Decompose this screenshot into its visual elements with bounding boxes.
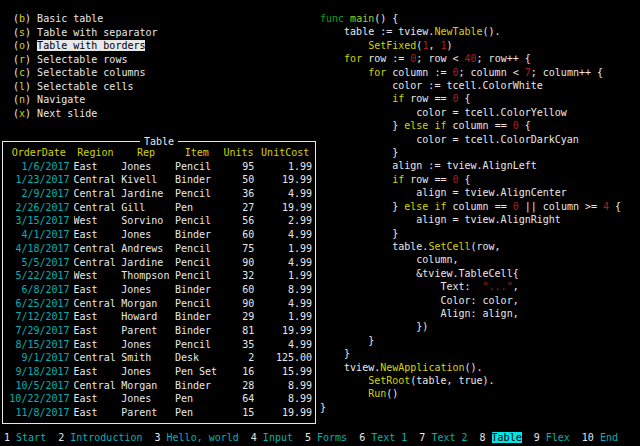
menu-item-selectable-cells[interactable]: (l) Selectable cells <box>13 80 158 94</box>
table-cell: 32 <box>223 269 255 283</box>
code-line: tview.NewApplication(). <box>320 361 621 374</box>
table-cell: 15.99 <box>258 365 312 379</box>
table-row: 7/29/2017EastParentBinder8119.99 <box>8 324 312 338</box>
table-cell: 1.99 <box>258 310 312 324</box>
table-cell: Central <box>74 173 118 187</box>
code-line: Run() <box>320 387 621 400</box>
table-row: 11/8/2017EastParentPen1519.99 <box>8 406 312 420</box>
table-cell: Thompson <box>121 269 171 283</box>
table-cell: 19.99 <box>258 324 312 338</box>
menu-item-paren: ) <box>25 40 37 51</box>
table-cell: 28 <box>223 379 255 393</box>
code-line: color := tcell.ColorWhite <box>320 79 621 92</box>
code-line: func main() { <box>320 12 621 25</box>
table-cell: 8.99 <box>258 379 312 393</box>
table-cell: 2.99 <box>258 214 312 228</box>
status-item-start[interactable]: 1 Start <box>4 432 46 443</box>
code-line: } <box>320 401 621 414</box>
menu-item-paren: ) <box>25 13 37 24</box>
table-cell: Binder <box>175 324 219 338</box>
table-cell: 90 <box>223 256 255 270</box>
menu-item-table-with-separator[interactable]: (s) Table with separator <box>13 26 158 40</box>
orders-table: OrderDateRegionRepItemUnitsUnitCost1/6/2… <box>3 142 315 420</box>
code-line: if row == 0 { <box>320 92 621 105</box>
code-line: } <box>320 146 621 159</box>
table-row: 2/9/2017CentralJardinePencil364.99 <box>8 187 312 201</box>
table-cell: 81 <box>223 324 255 338</box>
menu-item-label: Selectable rows <box>37 54 127 65</box>
table-cell: 10/22/2017 <box>8 392 70 406</box>
menu-item-navigate[interactable]: (n) Navigate <box>13 93 158 107</box>
status-item-end[interactable]: 10 End <box>582 432 618 443</box>
table-cell: Howard <box>121 310 171 324</box>
terminal-screen: (b) Basic table(s) Table with separator(… <box>0 0 640 446</box>
table-cell: 6/25/2017 <box>8 297 70 311</box>
table-cell: Parent <box>121 324 171 338</box>
code-line: align = tview.AlignCenter <box>320 186 621 199</box>
status-item-number: 4 <box>251 432 257 443</box>
table-cell: 75 <box>223 242 255 256</box>
table-cell: 29 <box>223 310 255 324</box>
column-header: OrderDate <box>8 146 70 160</box>
status-item-number: 9 <box>534 432 540 443</box>
table-cell: Pencil <box>175 187 219 201</box>
table-cell: 2/26/2017 <box>8 201 70 215</box>
slide-menu: (b) Basic table(s) Table with separator(… <box>13 12 158 120</box>
table-cell: 36 <box>223 187 255 201</box>
table-cell: Parent <box>121 406 171 420</box>
menu-item-label: Next slide <box>37 108 97 119</box>
table-cell: 19.99 <box>258 173 312 187</box>
table-cell: 8.99 <box>258 392 312 406</box>
menu-item-paren: ) <box>25 108 37 119</box>
table-cell: 10/5/2017 <box>8 379 70 393</box>
table-cell: Jones <box>121 283 171 297</box>
status-item-forms[interactable]: 5 Forms <box>305 432 347 443</box>
status-item-hello-world[interactable]: 3 Hello, world <box>154 432 238 443</box>
status-item-flex[interactable]: 9 Flex <box>534 432 570 443</box>
table-row: 10/5/2017CentralMorganBinder288.99 <box>8 379 312 393</box>
table-row: 9/18/2017EastJonesPen Set1615.99 <box>8 365 312 379</box>
table-cell: Central <box>74 187 118 201</box>
table-cell: East <box>74 283 118 297</box>
menu-item-label: Selectable columns <box>37 67 145 78</box>
table-cell: East <box>74 365 118 379</box>
status-item-input[interactable]: 4 Input <box>251 432 293 443</box>
table-cell: 15 <box>223 406 255 420</box>
status-item-table[interactable]: 8 Table <box>480 432 522 443</box>
menu-item-basic-table[interactable]: (b) Basic table <box>13 12 158 26</box>
table-row: 10/22/2017EastJonesPen648.99 <box>8 392 312 406</box>
table-cell: Pencil <box>175 338 219 352</box>
table-cell: 11/8/2017 <box>8 406 70 420</box>
code-line: } else if column == 0 || column >= 4 { <box>320 200 621 213</box>
status-item-number: 7 <box>419 432 425 443</box>
menu-item-paren: ) <box>25 94 37 105</box>
table-row: 5/5/2017CentralJardinePencil904.99 <box>8 256 312 270</box>
code-line: column, <box>320 253 621 266</box>
table-row: 7/12/2017EastHowardBinder291.99 <box>8 310 312 324</box>
menu-item-selectable-columns[interactable]: (c) Selectable columns <box>13 66 158 80</box>
menu-item-next-slide[interactable]: (x) Next slide <box>13 107 158 121</box>
table-cell: Desk <box>175 351 219 365</box>
status-item-label: Introduction <box>70 432 142 443</box>
table-cell: Smith <box>121 351 171 365</box>
menu-item-paren: ) <box>25 67 37 78</box>
status-item-text-2[interactable]: 7 Text 2 <box>419 432 467 443</box>
table-cell: West <box>74 269 118 283</box>
status-item-text-1[interactable]: 6 Text 1 <box>359 432 407 443</box>
menu-item-table-with-borders[interactable]: (o) Table with borders <box>13 39 158 53</box>
status-item-number: 6 <box>359 432 365 443</box>
status-item-label: Flex <box>546 432 570 443</box>
code-line: color = tcell.ColorYellow <box>320 106 621 119</box>
table-cell: 125.00 <box>258 351 312 365</box>
table-cell: Central <box>74 351 118 365</box>
table-cell: 19.99 <box>258 406 312 420</box>
table-cell: 4/1/2017 <box>8 228 70 242</box>
table-cell: Central <box>74 201 118 215</box>
code-pane: func main() { table := tview.NewTable().… <box>320 12 621 414</box>
table-row: 2/26/2017CentralGillPen2719.99 <box>8 201 312 215</box>
menu-item-selectable-rows[interactable]: (r) Selectable rows <box>13 53 158 67</box>
table-cell: Central <box>74 379 118 393</box>
status-item-introduction[interactable]: 2 Introduction <box>58 432 142 443</box>
table-cell: 1/6/2017 <box>8 160 70 174</box>
table-cell: Jardine <box>121 187 171 201</box>
